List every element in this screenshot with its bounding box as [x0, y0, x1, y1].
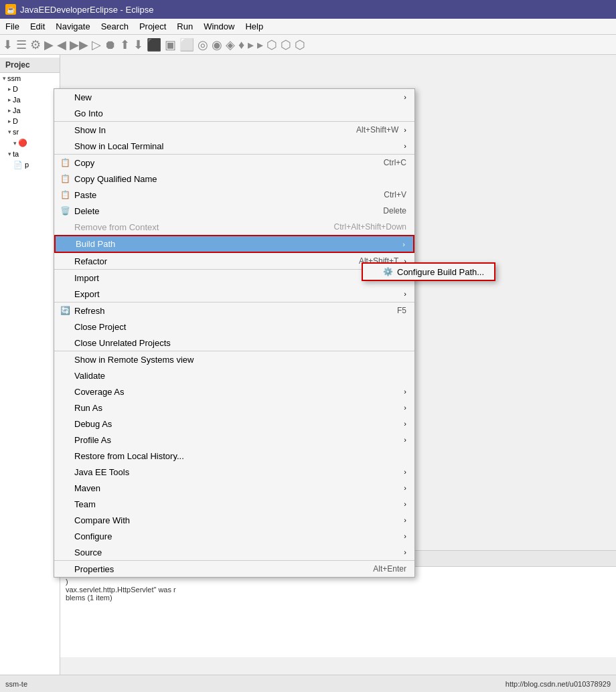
menu-item-label: Copy Qualified Name: [74, 174, 406, 184]
menu-item-run-as[interactable]: Run As ›: [54, 400, 414, 416]
menu-item-label: Coverage As: [74, 387, 398, 397]
menu-file[interactable]: File: [0, 20, 25, 33]
sidebar-item-ja2[interactable]: ▸ Ja: [0, 105, 60, 116]
menu-item-new[interactable]: New ›: [54, 89, 414, 105]
sidebar-item-d1[interactable]: ▸ D: [0, 84, 60, 94]
menu-item-delete[interactable]: 🗑️ Delete Delete: [54, 203, 414, 219]
shortcut-label: Ctrl+Alt+Shift+Down: [334, 222, 406, 232]
menu-run[interactable]: Run: [171, 20, 198, 33]
menu-search[interactable]: Search: [96, 20, 134, 33]
tree-arrow: ▾: [3, 75, 6, 82]
menu-item-maven[interactable]: Maven ›: [54, 480, 414, 496]
menu-navigate[interactable]: Navigate: [50, 20, 95, 33]
sidebar-label: ta: [13, 150, 19, 158]
menu-item-label: Maven: [74, 483, 398, 493]
menu-item-label: Show In: [74, 125, 343, 135]
sidebar-item-p[interactable]: 📄 p: [0, 159, 60, 171]
shortcut-label: Alt+Shift+W: [356, 125, 398, 135]
sidebar-label: 📄 p: [13, 161, 29, 169]
status-bar: ssm-te http://blog.csdn.net/u010378929: [0, 675, 616, 692]
menu-item-label: Profile As: [74, 435, 398, 445]
delete-icon: 🗑️: [60, 205, 70, 216]
menu-item-label: Compare With: [74, 515, 398, 525]
menu-item-import[interactable]: Import ›: [54, 270, 414, 286]
window-title: JavaEEDeveloperEclipse - Eclipse: [20, 5, 153, 15]
sidebar-label: Ja: [13, 106, 21, 114]
paste-icon: 📋: [60, 189, 70, 200]
submenu-arrow-icon: ›: [404, 420, 406, 428]
menu-item-compare-with[interactable]: Compare With ›: [54, 512, 414, 528]
menu-item-label: New: [74, 92, 398, 102]
tree-arrow: ▸: [8, 118, 11, 124]
tree-arrow: ▸: [8, 107, 11, 114]
menu-item-restore-history[interactable]: Restore from Local History...: [54, 448, 414, 464]
submenu-arrow-icon: ›: [404, 516, 406, 524]
sidebar-label: sr: [13, 128, 19, 136]
submenu-arrow-icon: ›: [404, 142, 406, 150]
menu-item-team[interactable]: Team ›: [54, 496, 414, 512]
menu-item-label: Configure: [74, 531, 398, 541]
main-area: Projec ▾ ssm ▸ D ▸ Ja ▸ Ja ▸ D ▾ sr ▾ 🔴: [0, 55, 616, 675]
sidebar-item-ja1[interactable]: ▸ Ja: [0, 94, 60, 105]
sidebar-label: Ja: [13, 96, 21, 104]
menu-item-label: Close Project: [74, 322, 406, 332]
toolbar: ⬇ ☰ ⚙ ▶ ◀ ▶▶ ▷ ⏺ ⬆ ⬇ ⬛ ▣ ⬜ ◎ ◉ ◈ ♦ ▸ ▸ ⬡…: [0, 35, 616, 55]
menu-help[interactable]: Help: [240, 20, 268, 33]
copy-icon: 📋: [60, 173, 70, 184]
submenu-arrow-icon: ›: [404, 436, 406, 444]
submenu-arrow-icon: ›: [404, 404, 406, 412]
menu-item-remove-context[interactable]: Remove from Context Ctrl+Alt+Shift+Down: [54, 219, 414, 235]
menu-item-label: Delete: [74, 206, 370, 216]
menu-item-label: Debug As: [74, 419, 398, 429]
status-text: ssm-te: [5, 680, 27, 688]
sidebar-label: 🔴: [18, 139, 27, 147]
menu-item-properties[interactable]: Properties Alt+Enter: [54, 561, 414, 577]
menu-item-show-in[interactable]: Show In Alt+Shift+W ›: [54, 122, 414, 138]
menu-item-close-project[interactable]: Close Project: [54, 319, 414, 335]
status-link[interactable]: http://blog.csdn.net/u010378929: [506, 680, 611, 688]
refresh-icon: 🔄: [60, 305, 70, 316]
sidebar-item-sr[interactable]: ▾ sr: [0, 126, 60, 137]
submenu-arrow-icon: ›: [404, 500, 406, 508]
menu-item-label: Restore from Local History...: [74, 451, 406, 461]
menu-item-go-into[interactable]: Go Into: [54, 105, 414, 121]
menu-item-configure[interactable]: Configure ›: [54, 528, 414, 544]
sidebar-item-ta[interactable]: ▾ ta: [0, 149, 60, 159]
menu-item-label: Java EE Tools: [74, 467, 398, 477]
menu-item-show-remote[interactable]: Show in Remote Systems view: [54, 351, 414, 367]
configure-build-path-icon: ⚙️: [383, 267, 393, 276]
tree-arrow: ▸: [8, 86, 11, 92]
submenu-arrow-icon: ›: [404, 387, 406, 396]
submenu-item-configure-build-path[interactable]: ⚙️ Configure Build Path...: [363, 264, 494, 280]
menu-item-source[interactable]: Source ›: [54, 544, 414, 560]
menu-project[interactable]: Project: [134, 20, 171, 33]
tree-arrow: ▾: [8, 151, 11, 157]
menu-item-copy[interactable]: 📋 Copy Ctrl+C: [54, 155, 414, 171]
menu-item-coverage-as[interactable]: Coverage As ›: [54, 383, 414, 400]
menu-item-close-unrelated[interactable]: Close Unrelated Projects: [54, 335, 414, 351]
menu-item-java-ee-tools[interactable]: Java EE Tools ›: [54, 464, 414, 480]
bottom-line-2: ): [66, 578, 611, 586]
sidebar-item-ssm[interactable]: ▾ ssm: [0, 73, 60, 84]
sidebar-item-red[interactable]: ▾ 🔴: [0, 137, 60, 149]
shortcut-label: Delete: [383, 206, 406, 215]
menu-item-validate[interactable]: Validate: [54, 367, 414, 383]
menu-item-export[interactable]: Export ›: [54, 286, 414, 302]
submenu-arrow-icon: ›: [404, 548, 406, 556]
menu-window[interactable]: Window: [198, 20, 240, 33]
menu-item-paste[interactable]: 📋 Paste Ctrl+V: [54, 187, 414, 203]
submenu-arrow-icon: ›: [404, 93, 406, 101]
menu-item-label: Properties: [74, 564, 360, 574]
sidebar-item-d2[interactable]: ▸ D: [0, 116, 60, 126]
menu-item-build-path[interactable]: Build Path ›: [54, 235, 414, 253]
menu-item-copy-qualified[interactable]: 📋 Copy Qualified Name: [54, 171, 414, 187]
menu-item-profile-as[interactable]: Profile As ›: [54, 432, 414, 448]
menu-edit[interactable]: Edit: [25, 20, 50, 33]
menu-item-debug-as[interactable]: Debug As ›: [54, 416, 414, 432]
menu-item-refactor[interactable]: Refactor Alt+Shift+T ›: [54, 253, 414, 269]
menu-item-label: Team: [74, 499, 398, 509]
menu-item-refresh[interactable]: 🔄 Refresh F5: [54, 302, 414, 319]
menu-item-label: Refactor: [74, 256, 345, 266]
menu-item-show-local[interactable]: Show in Local Terminal ›: [54, 138, 414, 154]
app-icon: ☕: [5, 4, 16, 15]
